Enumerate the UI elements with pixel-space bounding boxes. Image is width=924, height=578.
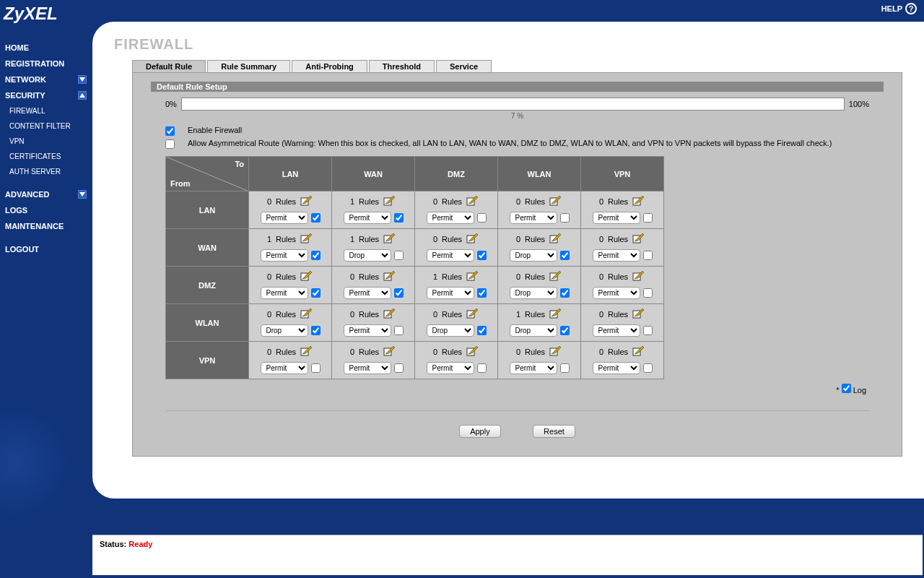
log-cell-checkbox[interactable] [394,288,404,298]
tab-anti-probing[interactable]: Anti-Probing [292,60,367,72]
action-select[interactable]: PermitDropReject [344,287,391,299]
edit-icon[interactable] [466,309,479,320]
action-select[interactable]: PermitDropReject [261,362,308,374]
edit-icon[interactable] [383,309,396,320]
enable-firewall-checkbox[interactable] [165,126,175,136]
edit-icon[interactable] [383,196,396,207]
edit-icon[interactable] [549,271,562,282]
action-select[interactable]: PermitDropReject [427,249,474,262]
action-select[interactable]: PermitDropReject [510,249,557,262]
log-cell-checkbox[interactable] [311,251,321,260]
log-cell-checkbox[interactable] [643,363,653,373]
sidebar-item-network[interactable]: NETWORK [4,72,92,87]
sidebar-item-home[interactable]: HOME [4,40,92,56]
apply-button[interactable]: Apply [459,425,501,438]
log-cell-checkbox[interactable] [560,326,570,335]
sidebar-item-maintenance[interactable]: MAINTENANCE [4,218,92,234]
log-cell-checkbox[interactable] [643,213,653,223]
log-cell-checkbox[interactable] [560,213,570,223]
action-select[interactable]: PermitDropReject [510,324,557,337]
action-select[interactable]: PermitDropReject [261,249,308,262]
edit-icon[interactable] [300,233,313,245]
action-select[interactable]: PermitDropReject [344,212,391,224]
log-cell-checkbox[interactable] [643,251,653,260]
log-cell-checkbox[interactable] [394,326,404,335]
action-select[interactable]: PermitDropReject [510,287,557,299]
edit-icon[interactable] [549,346,562,358]
sidebar-item-security[interactable]: SECURITY [4,87,92,103]
log-cell-checkbox[interactable] [311,288,321,298]
log-cell-checkbox[interactable] [643,326,653,335]
log-checkbox[interactable] [842,384,851,393]
action-select[interactable]: PermitDropReject [593,362,640,374]
log-cell-checkbox[interactable] [394,251,404,260]
log-cell-checkbox[interactable] [311,213,321,223]
log-cell-checkbox[interactable] [311,363,321,373]
log-cell-checkbox[interactable] [643,288,653,298]
edit-icon[interactable] [632,233,645,245]
sidebar-item-vpn[interactable]: VPN [4,134,92,149]
sidebar-item-registration[interactable]: REGISTRATION [4,56,92,72]
edit-icon[interactable] [466,196,479,207]
log-cell-checkbox[interactable] [477,213,487,223]
edit-icon[interactable] [549,233,562,245]
edit-icon[interactable] [383,346,396,358]
edit-icon[interactable] [300,346,313,358]
action-select[interactable]: PermitDropReject [344,249,391,262]
edit-icon[interactable] [466,271,479,282]
sidebar-item-firewall[interactable]: FIREWALL [4,103,92,118]
edit-icon[interactable] [466,233,479,245]
log-cell-checkbox[interactable] [477,326,487,335]
sidebar-item-logout[interactable]: LOGOUT [4,241,92,257]
edit-icon[interactable] [632,271,645,282]
action-select[interactable]: PermitDropReject [593,212,640,224]
edit-icon[interactable] [549,196,562,207]
edit-icon[interactable] [300,271,313,282]
action-select[interactable]: PermitDropReject [593,287,640,299]
sidebar-item-logs[interactable]: LOGS [4,202,92,218]
edit-icon[interactable] [632,309,645,320]
action-select[interactable]: PermitDropReject [510,212,557,224]
tab-threshold[interactable]: Threshold [369,60,435,72]
log-cell-checkbox[interactable] [394,363,404,373]
action-select[interactable]: PermitDropReject [427,212,474,224]
log-cell-checkbox[interactable] [477,251,487,260]
log-cell-checkbox[interactable] [477,363,487,373]
sidebar-item-advanced[interactable]: ADVANCED [4,186,92,202]
tab-rule-summary[interactable]: Rule Summary [207,60,290,72]
action-select[interactable]: PermitDropReject [427,287,474,299]
action-select[interactable]: PermitDropReject [261,287,308,299]
action-select[interactable]: PermitDropReject [510,362,557,374]
main-panel: FIREWALL Default RuleRule SummaryAnti-Pr… [92,22,924,499]
sidebar-item-certificates[interactable]: CERTIFICATES [4,149,92,164]
edit-icon[interactable] [549,309,562,320]
action-select[interactable]: PermitDropReject [593,249,640,262]
asym-route-checkbox[interactable] [165,139,175,149]
tab-default-rule[interactable]: Default Rule [132,60,206,72]
edit-icon[interactable] [466,346,479,358]
action-select[interactable]: PermitDropReject [261,212,308,224]
edit-icon[interactable] [383,233,396,245]
action-select[interactable]: PermitDropReject [344,362,391,374]
sidebar-item-auth-server[interactable]: AUTH SERVER [4,164,92,179]
help-link[interactable]: HELP ? [881,3,917,14]
sidebar-item-content-filter[interactable]: CONTENT FILTER [4,118,92,134]
log-cell-checkbox[interactable] [560,363,570,373]
edit-icon[interactable] [632,346,645,358]
edit-icon[interactable] [632,196,645,207]
reset-button[interactable]: Reset [533,425,575,438]
action-select[interactable]: PermitDropReject [593,324,640,337]
tab-service[interactable]: Service [436,60,492,72]
log-cell-checkbox[interactable] [477,288,487,298]
action-select[interactable]: PermitDropReject [344,324,391,337]
log-cell-checkbox[interactable] [560,288,570,298]
log-cell-checkbox[interactable] [311,326,321,335]
action-select[interactable]: PermitDropReject [427,324,474,337]
log-cell-checkbox[interactable] [560,251,570,260]
edit-icon[interactable] [300,196,313,207]
action-select[interactable]: PermitDropReject [261,324,308,337]
edit-icon[interactable] [383,271,396,282]
edit-icon[interactable] [300,309,313,320]
log-cell-checkbox[interactable] [394,213,404,223]
action-select[interactable]: PermitDropReject [427,362,474,374]
